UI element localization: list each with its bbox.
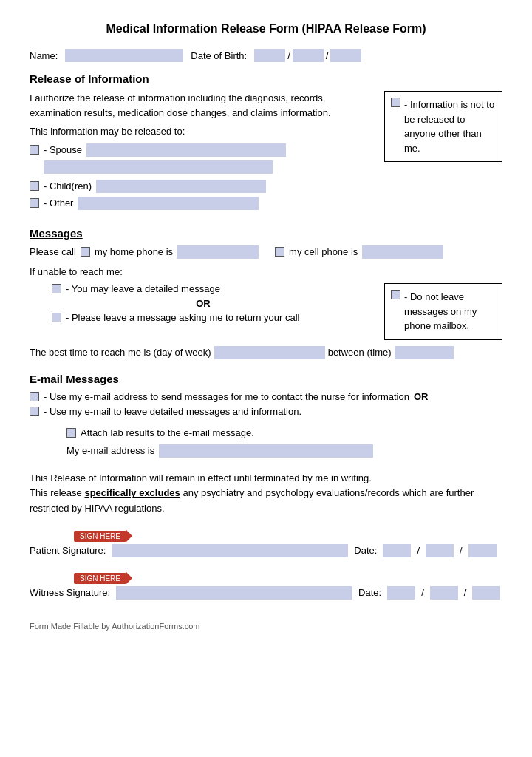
spouse-label: - Spouse <box>44 144 82 155</box>
release-heading: Release of Information <box>30 72 502 85</box>
email-section: E-mail Messages - Use my e-mail address … <box>30 373 502 458</box>
return-call-row: - Please leave a message asking me to re… <box>52 312 377 323</box>
cell-phone-text: my cell phone is <box>289 246 358 257</box>
return-call-checkbox[interactable] <box>52 313 61 322</box>
children-label: - Child(ren) <box>44 180 92 191</box>
witness-sig-input[interactable] <box>116 586 352 600</box>
dob-group: / / <box>254 49 361 62</box>
detailed-msg-row: - You may leave a detailed message <box>52 283 377 294</box>
patient-sig-input[interactable] <box>112 544 348 557</box>
best-time-row: The best time to reach me is (day of wee… <box>30 346 502 359</box>
email-or-label: OR <box>414 391 429 402</box>
email-option1-checkbox[interactable] <box>30 392 39 401</box>
name-input[interactable] <box>65 49 183 62</box>
messages-heading: Messages <box>30 227 502 240</box>
dob-day-input[interactable] <box>293 49 324 62</box>
no-voicemail-box: - Do not leave messages on my phone mail… <box>384 283 502 340</box>
spouse-input2[interactable] <box>44 160 273 174</box>
phone-row: Please call my home phone is my cell pho… <box>30 245 502 259</box>
email-option1-row: - Use my e-mail address to send messages… <box>30 391 502 402</box>
witness-date-day[interactable] <box>430 586 458 600</box>
name-label: Name: <box>30 50 58 61</box>
other-input[interactable] <box>78 197 259 210</box>
branding: Form Made Fillable by AuthorizationForms… <box>30 622 502 631</box>
messages-section: Messages Please call my home phone is my… <box>30 227 502 359</box>
patient-date-day[interactable] <box>426 544 454 557</box>
email-option2-checkbox[interactable] <box>30 407 39 416</box>
children-row: - Child(ren) <box>30 180 377 193</box>
email-option2-label: - Use my e-mail to leave detailed messag… <box>44 406 301 417</box>
attach-checkbox[interactable] <box>66 428 76 438</box>
witness-date-year[interactable] <box>472 586 500 600</box>
patient-sig-label: Patient Signature: <box>30 545 106 556</box>
no-voicemail-text: - Do not leave messages on my phone mail… <box>404 290 496 333</box>
best-time-prefix: The best time to reach me is (day of wee… <box>30 347 211 358</box>
or-text: OR <box>30 298 377 309</box>
spouse-checkbox[interactable] <box>30 145 39 155</box>
attach-row: Attach lab results to the e-mail message… <box>66 427 502 438</box>
best-time-day-input[interactable] <box>214 346 325 359</box>
other-row: - Other <box>30 197 377 210</box>
info-box: - Information is not to be released to a… <box>384 91 502 162</box>
home-phone-text: my home phone is <box>95 246 173 257</box>
name-dob-row: Name: Date of Birth: / / <box>30 49 502 62</box>
no-voicemail-checkbox[interactable] <box>391 290 400 299</box>
patient-arrow: SIGN HERE <box>74 531 126 542</box>
release-para2: This information may be released to: <box>30 124 377 139</box>
return-call-label: - Please leave a message asking me to re… <box>66 312 300 323</box>
attach-label: Attach lab results to the e-mail message… <box>81 427 254 438</box>
release-right: - Information is not to be released to a… <box>384 91 502 214</box>
patient-sig-row: Patient Signature: Date: / / <box>30 544 502 557</box>
dob-year-input[interactable] <box>330 49 361 62</box>
witness-date-month[interactable] <box>387 586 415 600</box>
best-time-time-input[interactable] <box>395 346 454 359</box>
dob-month-input[interactable] <box>254 49 285 62</box>
email-option2-row: - Use my e-mail to leave detailed messag… <box>30 406 502 417</box>
release-left: I authorize the release of information i… <box>30 91 377 214</box>
footer-line1: This Release of Information will remain … <box>30 472 372 483</box>
page-title: Medical Information Release Form (HIPAA … <box>30 22 502 35</box>
children-input[interactable] <box>96 180 266 193</box>
release-layout: I authorize the release of information i… <box>30 91 502 214</box>
detailed-msg-label: - You may leave a detailed message <box>66 283 220 294</box>
dob-label: Date of Birth: <box>191 50 247 61</box>
spouse-input[interactable] <box>86 143 286 157</box>
email-heading: E-mail Messages <box>30 373 502 385</box>
footer-line2-prefix: This release <box>30 487 82 498</box>
witness-sig-row: Witness Signature: Date: / / <box>30 586 502 600</box>
email-address-row: My e-mail address is <box>66 444 502 458</box>
patient-date-year[interactable] <box>468 544 497 557</box>
footer-emphasis: specifically excludes <box>84 487 180 498</box>
cell-phone-input[interactable] <box>362 245 443 259</box>
witness-date-label: Date: <box>358 587 381 598</box>
detailed-msg-checkbox[interactable] <box>52 284 61 293</box>
unable-left: - You may leave a detailed message OR - … <box>30 283 377 340</box>
patient-date-label: Date: <box>354 545 377 556</box>
unable-right: - Do not leave messages on my phone mail… <box>384 283 502 340</box>
children-checkbox[interactable] <box>30 181 39 191</box>
cell-phone-checkbox[interactable] <box>275 247 284 257</box>
email-input[interactable] <box>159 444 373 458</box>
email-option1-label: - Use my e-mail address to send messages… <box>44 391 409 402</box>
unable-text: If unable to reach me: <box>30 265 502 279</box>
unable-layout: - You may leave a detailed message OR - … <box>30 283 502 340</box>
witness-arrow: SIGN HERE <box>74 573 126 584</box>
footer-text: This Release of Information will remain … <box>30 471 502 517</box>
spouse-row: - Spouse <box>30 143 377 157</box>
witness-sig-label: Witness Signature: <box>30 587 110 598</box>
no-release-checkbox[interactable] <box>391 98 400 107</box>
other-checkbox[interactable] <box>30 198 39 208</box>
call-text: Please call <box>30 246 76 257</box>
release-para1: I authorize the release of information i… <box>30 91 377 120</box>
signature-section: SIGN HERE Patient Signature: Date: / / S… <box>30 530 502 600</box>
patient-date-month[interactable] <box>383 544 411 557</box>
other-label: - Other <box>44 197 73 208</box>
home-phone-input[interactable] <box>177 245 259 259</box>
home-phone-checkbox[interactable] <box>81 247 90 257</box>
email-prefix: My e-mail address is <box>66 445 154 456</box>
best-time-suffix: between (time) <box>328 347 392 358</box>
no-release-text: - Information is not to be released to a… <box>404 98 496 155</box>
